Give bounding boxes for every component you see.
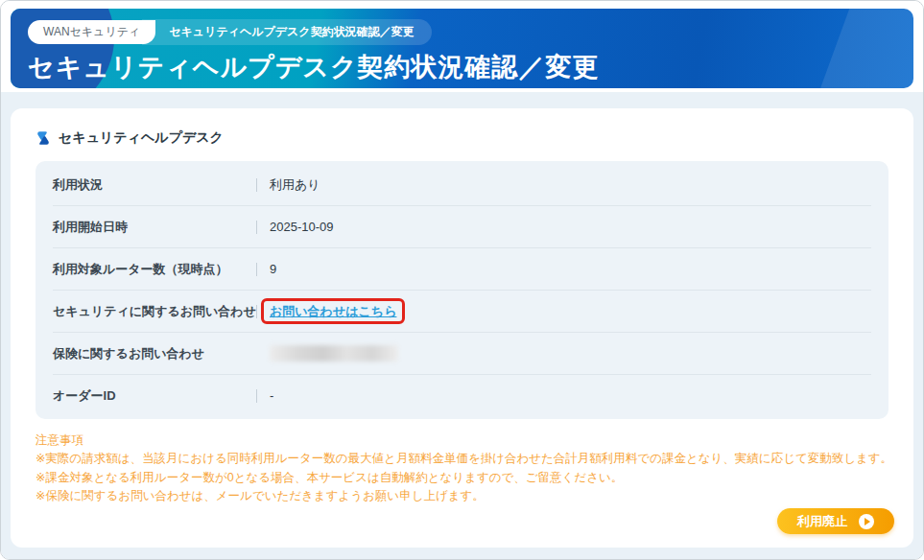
cancel-service-button[interactable]: 利用廃止 xyxy=(777,508,894,534)
table-row-start-date: 利用開始日時 2025-10-09 xyxy=(53,206,871,248)
table-row-usage-status: 利用状況 利用あり xyxy=(53,164,871,206)
breadcrumb-current-page: セキュリティヘルプデスク契約状況確認／変更 xyxy=(142,19,431,45)
service-logo-icon xyxy=(36,130,51,146)
contact-link[interactable]: お問い合わせはこちら xyxy=(270,304,396,318)
arrow-circle-icon xyxy=(859,514,874,529)
notes-title: 注意事項 xyxy=(36,432,888,450)
play-arrow-icon xyxy=(865,518,870,525)
contract-detail-panel: 利用状況 利用あり 利用開始日時 2025-10-09 利用対象ルーター数（現時… xyxy=(36,161,888,419)
notes-section: 注意事項 ※実際の請求額は、当該月における同時利用ルーター数の最大値と月額料金単… xyxy=(36,432,888,506)
content-area: セキュリティヘルプデスク 利用状況 利用あり 利用開始日時 2025-10-09… xyxy=(1,92,923,559)
page: WANセキュリティ セキュリティヘルプデスク契約状況確認／変更 セキュリティヘル… xyxy=(0,0,924,560)
row-value: 2025-10-09 xyxy=(270,220,334,234)
row-value: 9 xyxy=(270,262,276,276)
row-value: 利用あり xyxy=(270,176,320,194)
row-label: 利用開始日時 xyxy=(53,219,256,236)
redacted-value-blur xyxy=(270,345,398,362)
row-label: 利用状況 xyxy=(53,176,256,194)
table-row-insurance-contact: 保険に関するお問い合わせ xyxy=(53,333,871,375)
note-line: ※保険に関するお問い合わせは、メールでいただきますようお願い申し上げます。 xyxy=(36,487,888,505)
cancel-service-button-label: 利用廃止 xyxy=(797,513,847,530)
banner-wrap: WANセキュリティ セキュリティヘルプデスク契約状況確認／変更 セキュリティヘル… xyxy=(1,1,923,88)
contract-status-card: セキュリティヘルプデスク 利用状況 利用あり 利用開始日時 2025-10-09… xyxy=(11,108,913,548)
banner-inner: WANセキュリティ セキュリティヘルプデスク契約状況確認／変更 セキュリティヘル… xyxy=(11,9,913,84)
row-value: - xyxy=(270,388,273,403)
page-title: セキュリティヘルプデスク契約状況確認／変更 xyxy=(28,50,913,84)
row-label: セキュリティに関するお問い合わせ xyxy=(53,303,256,320)
row-label: 保険に関するお問い合わせ xyxy=(53,345,256,362)
section-title: セキュリティヘルプデスク xyxy=(59,129,224,147)
note-line: ※課金対象となる利用ルーター数が0となる場合、本サービスは自動解約となりますので… xyxy=(36,469,888,487)
section-header: セキュリティヘルプデスク xyxy=(36,129,888,147)
row-label: 利用対象ルーター数（現時点） xyxy=(53,261,256,278)
row-label: オーダーID xyxy=(53,387,256,405)
breadcrumb: WANセキュリティ セキュリティヘルプデスク契約状況確認／変更 xyxy=(28,19,913,45)
column-divider xyxy=(256,389,257,403)
breadcrumb-category-badge[interactable]: WANセキュリティ xyxy=(28,20,155,44)
red-highlight-annotation: お問い合わせはこちら xyxy=(261,298,405,324)
table-row-security-contact: セキュリティに関するお問い合わせ お問い合わせはこちら xyxy=(53,291,871,333)
column-divider xyxy=(256,305,257,318)
note-line: ※実際の請求額は、当該月における同時利用ルーター数の最大値と月額料金単価を掛け合… xyxy=(36,450,888,468)
column-divider xyxy=(256,221,257,234)
column-divider xyxy=(256,178,257,192)
table-row-router-count: 利用対象ルーター数（現時点） 9 xyxy=(53,248,871,291)
column-divider xyxy=(256,263,257,276)
table-row-order-id: オーダーID - xyxy=(53,375,871,416)
page-header-banner: WANセキュリティ セキュリティヘルプデスク契約状況確認／変更 セキュリティヘル… xyxy=(11,9,913,88)
